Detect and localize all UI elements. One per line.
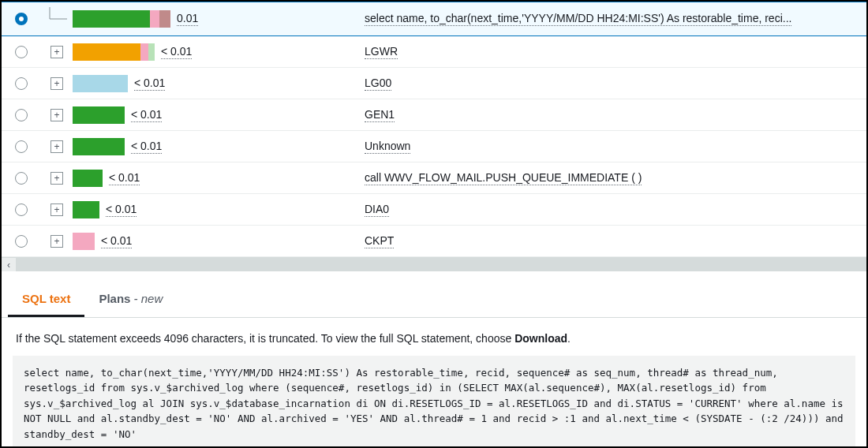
table-row[interactable]: +< 0.01call WWV_FLOW_MAIL.PUSH_QUEUE_IMM… xyxy=(2,162,866,194)
load-value: < 0.01 xyxy=(109,171,140,185)
load-value: < 0.01 xyxy=(131,108,162,122)
bar-segment xyxy=(73,75,128,92)
sql-statement-label[interactable]: select name, to_char(next_time,'YYYY/MM/… xyxy=(365,12,791,26)
bar-segment xyxy=(140,43,148,61)
sql-statement-label[interactable]: CKPT xyxy=(365,234,394,248)
expand-button[interactable]: + xyxy=(51,46,63,58)
notice-suffix: . xyxy=(567,332,571,345)
tab-plans-label: Plans xyxy=(99,292,130,305)
load-bar xyxy=(73,43,155,61)
load-value: < 0.01 xyxy=(131,140,162,154)
expand-button[interactable]: + xyxy=(51,77,63,90)
load-bar xyxy=(73,233,95,250)
load-value: 0.01 xyxy=(177,12,198,26)
table-row[interactable]: +< 0.01CKPT xyxy=(2,226,866,257)
bar-segment xyxy=(73,233,95,250)
tab-plans[interactable]: Plans - new xyxy=(84,282,177,317)
load-bar xyxy=(73,106,125,124)
row-select-radio[interactable] xyxy=(15,140,28,153)
load-value: < 0.01 xyxy=(161,45,192,59)
load-value: < 0.01 xyxy=(134,77,165,91)
load-value: < 0.01 xyxy=(101,234,132,248)
tree-connector-icon xyxy=(45,7,69,31)
row-select-radio[interactable] xyxy=(15,77,28,90)
expand-button[interactable]: + xyxy=(51,203,63,216)
table-row[interactable]: +< 0.01Unknown xyxy=(2,131,866,162)
load-bar xyxy=(73,201,99,218)
table-row[interactable]: +< 0.01DIA0 xyxy=(2,194,866,226)
expand-button[interactable]: + xyxy=(51,235,63,248)
sql-statement-label[interactable]: DIA0 xyxy=(365,203,389,217)
expand-button[interactable]: + xyxy=(51,109,63,121)
row-select-radio[interactable] xyxy=(15,235,28,248)
sql-statement-label[interactable]: call WWV_FLOW_MAIL.PUSH_QUEUE_IMMEDIATE … xyxy=(365,171,642,185)
horizontal-scrollbar[interactable]: ‹ xyxy=(2,257,866,271)
load-value: < 0.01 xyxy=(106,203,137,217)
table-row[interactable]: +< 0.01LG00 xyxy=(2,68,866,99)
sql-statement-label[interactable]: LGWR xyxy=(365,45,398,59)
bar-segment xyxy=(73,170,103,187)
bar-segment xyxy=(150,10,159,28)
tab-sql-text[interactable]: SQL text xyxy=(8,282,84,317)
row-select-radio[interactable] xyxy=(15,13,28,25)
row-select-radio[interactable] xyxy=(15,46,28,58)
load-bar xyxy=(73,170,103,187)
table-row[interactable]: 0.01select name, to_char(next_time,'YYYY… xyxy=(2,2,866,36)
table-row[interactable]: +< 0.01GEN1 xyxy=(2,99,866,131)
sql-table: 0.01select name, to_char(next_time,'YYYY… xyxy=(2,2,866,257)
notice-prefix: If the SQL statement exceeds 4096 charac… xyxy=(16,332,514,345)
row-select-radio[interactable] xyxy=(15,172,28,185)
bar-segment xyxy=(73,10,150,28)
load-bar xyxy=(73,138,125,155)
table-row[interactable]: +< 0.01LGWR xyxy=(2,36,866,68)
row-select-radio[interactable] xyxy=(15,109,28,121)
row-select-radio[interactable] xyxy=(15,203,28,216)
tab-plans-badge: - new xyxy=(130,292,163,305)
sql-statement-label[interactable]: Unknown xyxy=(365,140,410,154)
bar-segment xyxy=(159,10,170,28)
load-bar xyxy=(73,75,128,92)
sql-statement-label[interactable]: LG00 xyxy=(365,77,391,91)
sql-code-block: select name, to_char(next_time,'YYYY/MM/… xyxy=(13,356,855,448)
truncation-notice: If the SQL statement exceeds 4096 charac… xyxy=(2,318,866,356)
scroll-left-arrow[interactable]: ‹ xyxy=(2,258,16,272)
expand-button[interactable]: + xyxy=(51,172,63,185)
expand-button[interactable]: + xyxy=(51,140,63,153)
notice-download-word: Download xyxy=(514,332,567,345)
bar-segment xyxy=(73,201,99,218)
detail-tabs: SQL text Plans - new xyxy=(2,282,866,318)
bar-segment xyxy=(73,43,140,61)
bar-segment xyxy=(148,43,155,61)
bar-segment xyxy=(73,106,125,124)
load-bar xyxy=(73,10,170,28)
sql-statement-label[interactable]: GEN1 xyxy=(365,108,395,122)
bar-segment xyxy=(73,138,125,155)
scroll-track[interactable] xyxy=(16,258,866,271)
